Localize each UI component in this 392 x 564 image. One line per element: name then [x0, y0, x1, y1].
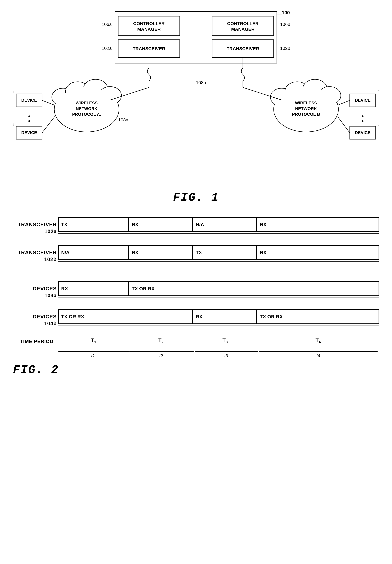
timing-bar-102b: N/A RX TX RX	[58, 245, 379, 260]
timing-row-102a: TRANSCEIVER102a TX RX N/A RX	[58, 217, 379, 239]
svg-marker-68	[195, 351, 196, 352]
svg-line-48	[42, 117, 55, 133]
svg-line-57	[337, 100, 350, 105]
timing-row-104a: DEVICES104a RX TX OR RX	[58, 281, 379, 303]
segment-rx-4: RX	[257, 246, 378, 259]
svg-text:TRANSCEIVER: TRANSCEIVER	[227, 46, 259, 51]
svg-text:100: 100	[282, 10, 290, 15]
svg-text:DEVICE: DEVICE	[355, 98, 371, 103]
svg-text:DEVICE: DEVICE	[21, 98, 37, 103]
svg-text:•: •	[362, 113, 364, 120]
svg-marker-65	[193, 351, 194, 352]
timing-bar-102a: TX RX N/A RX	[58, 217, 379, 232]
svg-text:106b: 106b	[280, 22, 290, 27]
svg-rect-7	[118, 40, 180, 57]
svg-point-31	[318, 87, 341, 104]
svg-rect-0	[115, 11, 277, 63]
svg-text:DEVICE: DEVICE	[21, 130, 37, 135]
svg-text:WIRELESS: WIRELESS	[76, 100, 98, 105]
svg-point-19	[66, 82, 90, 101]
timing-bar-container-104b: TX OR RX RX TX OR RX	[58, 309, 379, 331]
timing-bar-container-104a: RX TX OR RX	[58, 281, 379, 303]
svg-text:104a: 104a	[13, 121, 14, 126]
fig2-label: FIG. 2	[13, 363, 379, 377]
segment-rx-2: RX	[257, 218, 378, 231]
svg-text:104a: 104a	[13, 89, 14, 94]
svg-rect-39	[16, 94, 42, 107]
segment-na-1: N/A	[193, 218, 257, 231]
svg-marker-64	[129, 351, 130, 352]
svg-point-20	[84, 79, 108, 99]
svg-marker-61	[128, 351, 129, 352]
fig2-section: TRANSCEIVER102a TX RX N/A RX TRANSCEIVER…	[13, 217, 379, 377]
svg-text:CONTROLLER: CONTROLLER	[133, 21, 165, 26]
svg-line-58	[337, 117, 350, 133]
timing-label-104a: DEVICES104a	[16, 285, 57, 299]
svg-point-28	[270, 88, 293, 106]
svg-text:t4: t4	[317, 353, 320, 358]
time-period-t4: T4	[257, 337, 379, 344]
svg-rect-49	[350, 94, 376, 107]
svg-marker-60	[58, 351, 59, 352]
page: CONTROLLER MANAGER CONTROLLER MANAGER TR…	[0, 0, 392, 564]
time-arrows-svg: t1 t2 t3	[58, 345, 379, 358]
svg-text:DEVICE: DEVICE	[355, 130, 371, 135]
svg-marker-72	[259, 351, 260, 352]
svg-text:TRANSCEIVER: TRANSCEIVER	[133, 46, 165, 51]
segment-na-2: N/A	[58, 246, 129, 259]
svg-rect-1	[118, 16, 180, 36]
segment-rx-1: RX	[129, 218, 193, 231]
timing-bar-container-102a: TX RX N/A RX	[58, 217, 379, 239]
svg-text:NETWORK: NETWORK	[295, 106, 317, 111]
timing-label-104b: DEVICES104b	[16, 313, 57, 327]
svg-text:•: •	[28, 113, 30, 120]
svg-point-27	[274, 87, 338, 132]
fig1-label: FIG. 1	[13, 191, 379, 204]
svg-text:PROTOCOL A,: PROTOCOL A,	[72, 112, 101, 117]
time-period-t1: T1	[58, 337, 129, 344]
svg-text:CONTROLLER: CONTROLLER	[227, 21, 259, 26]
segment-rx-5: RX	[58, 282, 129, 295]
svg-line-37	[110, 87, 149, 100]
svg-rect-4	[212, 16, 274, 36]
svg-point-29	[285, 82, 309, 101]
svg-text:104b: 104b	[378, 121, 379, 126]
svg-point-22	[55, 87, 119, 131]
timing-bar-104b: TX OR RX RX TX OR RX	[58, 309, 379, 324]
svg-rect-9	[212, 40, 274, 57]
segment-rx-6: RX	[193, 310, 257, 323]
fig1-diagram: CONTROLLER MANAGER CONTROLLER MANAGER TR…	[13, 10, 379, 188]
segment-rx-3: RX	[129, 246, 193, 259]
time-period-t2: T2	[129, 337, 193, 344]
timing-row-104b: DEVICES104b TX OR RX RX TX OR RX	[58, 309, 379, 331]
segment-tx-2: TX	[193, 246, 257, 259]
svg-line-38	[243, 87, 282, 100]
svg-text:102b: 102b	[280, 46, 290, 51]
svg-text:t3: t3	[224, 353, 228, 358]
svg-marker-69	[257, 351, 258, 352]
svg-marker-73	[378, 351, 378, 352]
svg-text:MANAGER: MANAGER	[137, 27, 161, 32]
svg-text:106a: 106a	[102, 22, 112, 27]
fig1-section: CONTROLLER MANAGER CONTROLLER MANAGER TR…	[13, 10, 379, 204]
svg-text:•: •	[362, 118, 364, 124]
svg-text:•: •	[28, 118, 30, 124]
svg-point-18	[52, 88, 74, 106]
svg-rect-42	[16, 126, 42, 139]
timing-bar-104a: RX TX OR RX	[58, 281, 379, 296]
time-period-label: TIME PERIOD	[13, 338, 54, 344]
svg-text:104b: 104b	[378, 89, 379, 94]
segment-txrx-1: TX OR RX	[129, 282, 378, 295]
svg-line-47	[42, 100, 55, 105]
svg-text:NETWORK: NETWORK	[76, 106, 98, 111]
segment-tx-1: TX	[58, 218, 129, 231]
svg-rect-52	[350, 126, 376, 139]
timing-label-102b: TRANSCEIVER102b	[16, 249, 57, 263]
timing-label-102a: TRANSCEIVER102a	[16, 221, 57, 235]
svg-text:WIRELESS: WIRELESS	[295, 100, 317, 105]
segment-txrx-2: TX OR RX	[58, 310, 193, 323]
segment-txrx-3: TX OR RX	[257, 310, 378, 323]
timing-row-102b: TRANSCEIVER102b N/A RX TX RX	[58, 245, 379, 267]
svg-point-17	[54, 87, 119, 132]
svg-point-21	[99, 87, 121, 104]
